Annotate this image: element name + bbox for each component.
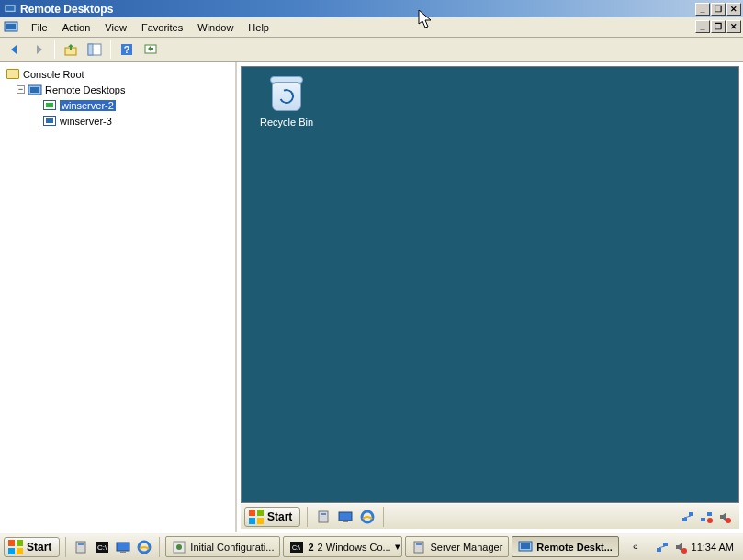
quicklaunch-cmd[interactable]: C:\ [93,538,111,556]
svg-text:C:\: C:\ [292,544,300,551]
server-icon [73,540,88,554]
svg-text:C:\: C:\ [97,543,107,552]
maximize-button[interactable]: ❐ [711,3,726,16]
svg-rect-1 [6,6,15,10]
mdi-window-controls: _ ❐ ✕ [694,20,741,33]
quicklaunch-ie[interactable] [358,508,377,526]
svg-point-21 [707,518,713,523]
svg-rect-6 [88,44,93,55]
taskbar-item-server-manager[interactable]: Server Manager [405,536,509,557]
svg-point-40 [681,548,687,554]
menu-help[interactable]: Help [241,20,276,35]
volume-icon[interactable] [673,540,688,554]
up-button[interactable] [60,39,82,60]
menu-view[interactable]: View [97,20,134,35]
network-icon[interactable] [655,540,670,554]
close-button[interactable]: ✕ [726,3,741,16]
quicklaunch-server-manager[interactable] [314,508,332,526]
svg-rect-38 [657,548,661,552]
tree-node-server[interactable]: winserver-2 [2,97,233,113]
taskbar-item-remote-desktops[interactable]: Remote Deskt... [512,536,619,557]
remote-tray [681,510,736,524]
svg-rect-17 [682,518,687,521]
windows-logo-icon [8,540,23,554]
separator [159,537,160,557]
mdi-close-button[interactable]: ✕ [726,20,741,33]
svg-rect-14 [339,512,352,521]
desktop-icon-recycle-bin[interactable]: Recycle Bin [254,73,319,128]
task-count: 2 [308,542,313,553]
clock[interactable]: 11:34 AM [692,542,734,553]
menu-file[interactable]: File [24,20,55,35]
taskbar-item-windows-group[interactable]: C:\ 2 2 Windows Co... ▾ [283,536,402,557]
connect-icon [143,42,158,57]
remote-start-button[interactable]: Start [244,507,300,527]
svg-rect-15 [343,521,348,522]
toolbar: ? [0,38,743,62]
forward-arrow-icon [31,42,46,57]
mdi-maximize-button[interactable]: ❐ [711,20,726,33]
menubar: File Action View Favorites Window Help _… [0,17,743,38]
toolbar-separator [110,40,111,59]
tree-node-console-root[interactable]: Console Root [2,66,233,82]
back-arrow-icon [7,42,22,57]
internet-explorer-icon [360,510,375,524]
svg-text:?: ? [124,44,130,55]
tree-pane[interactable]: Console Root − Remote Desktops winserver… [0,62,237,532]
svg-rect-39 [663,543,668,546]
tree-node-remote-desktops[interactable]: − Remote Desktops [2,82,233,97]
recycle-bin-icon [266,73,307,113]
tree-node-server[interactable]: winserver-3 [2,113,233,129]
minimize-button[interactable]: _ [695,3,710,16]
quicklaunch-show-desktop[interactable] [114,538,132,556]
panes-icon [87,42,102,57]
app-icon [4,3,17,16]
internet-explorer-icon [137,540,152,554]
forward-button[interactable] [28,39,50,60]
app-icon-small [4,20,18,35]
task-label: Initial Configurati... [190,542,274,553]
menu-favorites[interactable]: Favorites [134,20,190,35]
volume-icon[interactable] [717,510,732,524]
remote-desktop[interactable]: Recycle Bin [241,66,739,503]
remote-taskbar: Start [241,503,739,529]
separator [65,537,66,557]
tray-overflow-icon[interactable]: « [633,542,638,552]
network-icon[interactable] [681,510,695,524]
mdi-minimize-button[interactable]: _ [695,20,710,33]
back-button[interactable] [4,39,26,60]
menu-action[interactable]: Action [55,20,98,35]
start-label: Start [267,510,292,523]
svg-rect-20 [707,512,712,516]
host-tray: 11:34 AM [646,536,739,557]
remote-pane: Recycle Bin Start [237,62,743,532]
network-icon[interactable] [699,510,714,524]
host-taskbar: Start C:\ Initial Configurati... C:\ 2 2… [0,532,743,560]
show-hide-tree-button[interactable] [84,39,106,60]
separator [383,507,384,527]
toolbar-separator [54,40,55,59]
help-button[interactable]: ? [116,39,138,60]
folder-icon [6,68,20,81]
task-label: 2 Windows Co... [318,542,391,553]
quicklaunch-server-manager[interactable] [72,538,90,556]
tree-label: Console Root [23,69,84,80]
svg-point-22 [726,518,731,523]
start-label: Start [27,541,51,554]
tree-label: winserver-3 [60,116,112,127]
desktop-icon [116,540,130,554]
quicklaunch-show-desktop[interactable] [336,508,355,526]
tree-label: winserver-2 [60,100,116,111]
server-icon [316,510,331,524]
connect-button[interactable] [140,39,162,60]
titlebar: Remote Desktops _ ❐ ✕ [0,0,743,17]
taskbar-item-initial-config[interactable]: Initial Configurati... [165,536,280,557]
svg-rect-11 [30,87,39,93]
config-icon [172,540,186,554]
svg-rect-18 [689,512,693,516]
host-start-button[interactable]: Start [4,537,60,557]
menu-window[interactable]: Window [190,20,241,35]
collapse-icon[interactable]: − [17,85,25,94]
quicklaunch-ie[interactable] [135,538,153,556]
svg-rect-12 [319,511,328,522]
